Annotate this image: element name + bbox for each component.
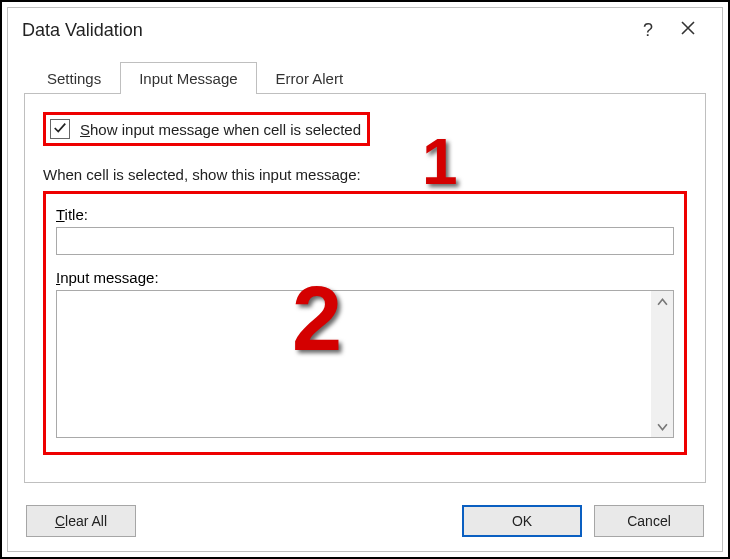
label-text: how input message when cell is selected — [90, 121, 361, 138]
textarea-scrollbar[interactable] — [651, 291, 673, 437]
button-label: OK — [512, 513, 532, 529]
dialog-title: Data Validation — [22, 20, 628, 41]
input-message-label: Input message: — [56, 269, 674, 286]
show-input-message-checkbox[interactable] — [50, 119, 70, 139]
button-label: lear All — [65, 513, 107, 529]
tab-label: Settings — [47, 70, 101, 87]
button-label: Cancel — [627, 513, 671, 529]
close-button[interactable] — [668, 10, 708, 50]
tab-input-message[interactable]: Input Message — [120, 62, 256, 94]
section-heading: When cell is selected, show this input m… — [43, 166, 687, 183]
label-text: itle: — [65, 206, 88, 223]
label-text: nput message: — [60, 269, 158, 286]
input-message-textarea[interactable] — [57, 291, 651, 437]
show-input-message-row: Show input message when cell is selected — [43, 112, 370, 146]
cancel-button[interactable]: Cancel — [594, 505, 704, 537]
mnemonic: T — [56, 206, 65, 223]
clear-all-button[interactable]: Clear All — [26, 505, 136, 537]
tab-strip: Settings Input Message Error Alert — [28, 60, 706, 94]
help-icon: ? — [643, 20, 653, 41]
fields-group: Title: Input message: — [43, 191, 687, 455]
input-message-field-wrap — [56, 290, 674, 438]
tab-label: Input Message — [139, 70, 237, 87]
help-button[interactable]: ? — [628, 10, 668, 50]
titlebar: Data Validation ? — [8, 8, 722, 52]
title-input[interactable] — [56, 227, 674, 255]
check-icon — [53, 121, 67, 138]
title-label: Title: — [56, 206, 674, 223]
dialog-buttons: Clear All OK Cancel — [8, 499, 722, 551]
scroll-up-icon[interactable] — [651, 291, 673, 313]
tab-panel-input-message: Show input message when cell is selected… — [24, 93, 706, 483]
scroll-down-icon[interactable] — [651, 415, 673, 437]
ok-button[interactable]: OK — [462, 505, 582, 537]
tab-settings[interactable]: Settings — [28, 62, 120, 94]
dialog-body: Settings Input Message Error Alert — [8, 52, 722, 499]
tab-error-alert[interactable]: Error Alert — [257, 62, 363, 94]
mnemonic: S — [80, 121, 90, 138]
data-validation-dialog: Data Validation ? Settings Input Message — [7, 7, 723, 552]
close-icon — [680, 20, 696, 41]
show-input-message-label: Show input message when cell is selected — [80, 121, 361, 138]
mnemonic: C — [55, 513, 65, 529]
tab-label: Error Alert — [276, 70, 344, 87]
